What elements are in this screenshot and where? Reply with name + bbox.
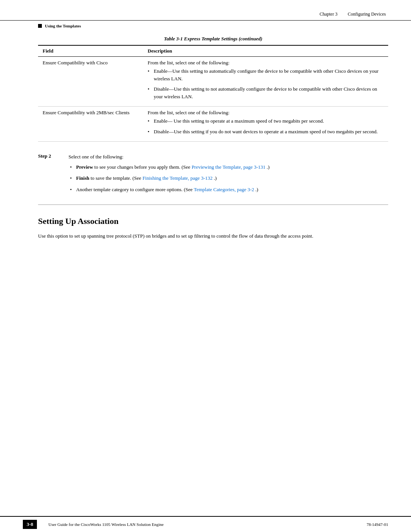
step-section: Step 2 Select one of the following: Prev… <box>38 153 388 197</box>
bullet-suffix-0: .) <box>267 164 270 170</box>
step-content: Select one of the following: Preview to … <box>68 153 388 197</box>
list-item: Finish to save the template. (See Finish… <box>68 174 388 182</box>
bullet-text-1: to save the template. (See <box>91 175 142 181</box>
section-divider <box>38 204 388 205</box>
bullet-text-0: to see your changes before you apply the… <box>94 164 192 170</box>
bullet-item: Disable—Use this setting to not automati… <box>148 85 384 100</box>
bullet-item: Enable— Use this setting to operate at a… <box>148 117 384 125</box>
desc-bullets-1: Enable—Use this setting to automatically… <box>148 67 384 100</box>
table-row: Ensure Compatibility with Cisco From the… <box>38 57 388 107</box>
page-number-box: 3-8 <box>23 520 37 529</box>
bullet-text: Disable—Use this setting if you do not w… <box>154 129 378 134</box>
bullet-text: Enable—Use this setting to automatically… <box>154 68 379 81</box>
bullet-suffix-1: .) <box>214 175 217 181</box>
list-item: Preview to see your changes before you a… <box>68 163 388 171</box>
breadcrumb-icon <box>38 24 42 28</box>
step-label: Step 2 <box>38 153 68 197</box>
link-finishing[interactable]: Finishing the Template, page 3-132 <box>142 175 212 181</box>
col-header-field: Field <box>38 45 143 57</box>
footer-doc-title: User Guide for the CiscoWorks 1105 Wirel… <box>48 522 164 527</box>
desc-bullets-2: Enable— Use this setting to operate at a… <box>148 117 384 135</box>
main-content: Table 3-1 Express Template Settings (con… <box>0 36 411 240</box>
table-title: Table 3-1 Express Template Settings (con… <box>38 36 388 42</box>
field-cell-2: Ensure Compatibility with 2MB/sec Client… <box>38 107 143 142</box>
section-body: Use this option to set up spanning tree … <box>38 232 388 240</box>
footer-left: 3-8 User Guide for the CiscoWorks 1105 W… <box>23 520 164 529</box>
step-label-text: Step 2 <box>38 153 51 159</box>
breadcrumb-text: Using the Templates <box>45 24 81 28</box>
step-bullets-list: Preview to see your changes before you a… <box>68 163 388 193</box>
desc-cell-1: From the list, select one of the followi… <box>143 57 388 107</box>
field-text-1: Ensure Compatibility with Cisco <box>43 60 108 66</box>
bullet-suffix-2: .) <box>255 187 258 192</box>
header-chapter: Chapter 3 Configuring Devices <box>317 11 388 17</box>
bullet-item: Disable—Use this setting if you do not w… <box>148 128 384 136</box>
desc-intro-1: From the list, select one of the followi… <box>148 60 229 66</box>
footer-doc-code: 78-14947-01 <box>366 522 388 527</box>
bullet-text-2: Another template category to configure m… <box>76 187 194 192</box>
section-label: Configuring Devices <box>348 11 386 17</box>
field-cell-1: Ensure Compatibility with Cisco <box>38 57 143 107</box>
bullet-item: Enable—Use this setting to automatically… <box>148 67 384 82</box>
col-header-description: Description <box>143 45 388 57</box>
bullet-text: Enable— Use this setting to operate at a… <box>154 118 324 124</box>
bullet-bold-0: Preview <box>76 164 93 170</box>
desc-intro-2: From the list, select one of the followi… <box>148 110 229 115</box>
chapter-label: Chapter 3 <box>320 11 338 17</box>
page-container: Chapter 3 Configuring Devices Using the … <box>0 0 411 532</box>
step-intro: Select one of the following: <box>68 154 123 160</box>
page-subheader: Using the Templates <box>0 21 411 36</box>
link-previewing[interactable]: Previewing the Template, page 3-131 <box>191 164 265 170</box>
table-row: Ensure Compatibility with 2MB/sec Client… <box>38 107 388 142</box>
section-heading: Setting Up Association <box>38 216 388 226</box>
step-row: Step 2 Select one of the following: Prev… <box>38 153 388 197</box>
bullet-bold-1: Finish <box>76 175 89 181</box>
page-number: 3-8 <box>27 521 33 527</box>
page-header: Chapter 3 Configuring Devices <box>0 0 411 21</box>
express-template-table: Field Description Ensure Compatibility w… <box>38 45 388 142</box>
link-template-categories[interactable]: Template Categories, page 3-2 <box>194 187 254 192</box>
list-item: Another template category to configure m… <box>68 186 388 193</box>
desc-cell-2: From the list, select one of the followi… <box>143 107 388 142</box>
page-footer: 3-8 User Guide for the CiscoWorks 1105 W… <box>0 516 411 532</box>
field-text-2: Ensure Compatibility with 2MB/sec Client… <box>43 110 129 115</box>
bullet-text: Disable—Use this setting to not automati… <box>154 86 377 99</box>
